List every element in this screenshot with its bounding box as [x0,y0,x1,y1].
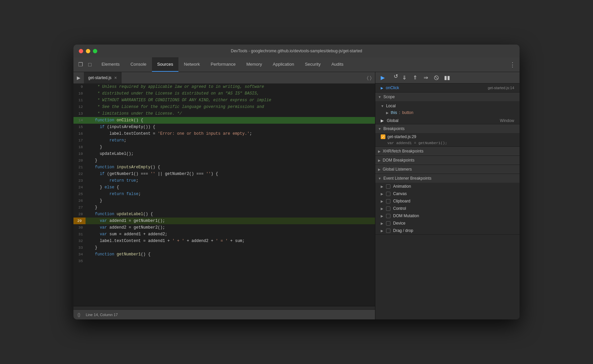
code-line-30: 30 var addend2 = getNumber2(); [73,224,375,231]
code-line-21: 21 function inputsAreEmpty() { [73,164,375,171]
code-line-17: 17 return; [73,137,375,144]
event-control-label: Control [393,206,406,211]
step-out-button[interactable]: ⇑ [410,73,420,82]
global-label: Global [387,118,398,123]
code-line-34: 34 function getNumber1() { [73,251,375,258]
minimize-button[interactable] [86,49,90,53]
file-tab-get-started[interactable]: get-started.js × [84,72,121,83]
event-device-checkbox[interactable] [386,221,390,226]
maximize-button[interactable] [93,49,97,53]
event-device[interactable]: ▶ Device [375,220,520,227]
dom-breakpoints-section: ▶ DOM Breakpoints [375,156,520,165]
event-clipboard[interactable]: ▶ Clipboard [375,197,520,205]
tab-audits[interactable]: Audits [326,57,349,72]
pause-on-exceptions-button[interactable]: ▮▮ [442,73,452,82]
code-line-9: 9 * Unless required by applicable law or… [73,83,375,90]
code-line-32: 32 label.textContent = addend1 + ' + ' +… [73,238,375,244]
breakpoints-label: Breakpoints [383,126,405,131]
xhr-arrow: ▶ [378,149,381,153]
this-val: button [402,110,413,115]
resume-button[interactable]: ▶ [378,73,387,82]
code-line-25: 25 return false; [73,191,375,197]
event-canvas-label: Canvas [393,191,407,196]
step-button[interactable]: ⇒ [421,73,430,82]
event-animation[interactable]: ▶ Animation [375,183,520,190]
code-line-31: 31 var sum = addend1 + addend2; [73,231,375,238]
debug-panel: ▶ ↻ ⇓ ⇑ ⇒ ▮▮ ▶ [375,72,520,319]
tab-sources[interactable]: Sources [152,57,179,72]
callstack-item-onclick[interactable]: ▶ onClick get-started.js:14 [375,83,520,92]
code-editor[interactable]: 9 * Unless required by applicable law or… [73,83,375,306]
event-animation-checkbox[interactable] [386,184,390,189]
tab-network[interactable]: Network [178,57,205,72]
event-breakpoints-section: ▼ Event Listener Breakpoints ▶ Animation… [375,174,520,235]
deactivate-breakpoints-button[interactable] [432,73,441,82]
tab-memory[interactable]: Memory [241,57,267,72]
step-over-button[interactable]: ↻ [389,73,398,82]
xhr-header[interactable]: ▶ XHR/fetch Breakpoints [375,147,520,156]
code-line-10: 10 * distributed under the License is di… [73,90,375,97]
breakpoint-code: var addend1 = getNumber1(); [375,140,520,146]
event-clipboard-checkbox[interactable] [386,199,390,203]
code-line-14: 14 function onClick() { [73,117,375,124]
event-drag-drop[interactable]: ▶ Drag / drop [375,227,520,234]
event-dom-mutation-label: DOM Mutation [393,214,419,218]
dom-breakpoints-header[interactable]: ▶ DOM Breakpoints [375,156,520,165]
event-control[interactable]: ▶ Control [375,205,520,212]
device-icon[interactable]: □ [87,60,93,69]
format-icon[interactable]: {} [77,312,80,317]
title-bar: DevTools - googlechrome.github.io/devtoo… [73,45,520,57]
event-clipboard-label: Clipboard [393,199,410,203]
code-line-28: 28 function updateLabel() { [73,211,375,218]
breakpoints-header[interactable]: ▼ Breakpoints [375,124,520,133]
event-drag-drop-checkbox[interactable] [386,229,390,233]
event-canvas[interactable]: ▶ Canvas [375,190,520,197]
event-bp-label: Event Listener Breakpoints [383,176,431,181]
callstack-file-ref: get-started.js:14 [488,86,514,90]
window-title: DevTools - googlechrome.github.io/devtoo… [231,49,362,53]
breakpoint-item-29[interactable]: ✓ get-started.js:29 [375,133,520,140]
global-listeners-header[interactable]: ▶ Global Listeners [375,165,520,174]
line-column-info: Line 14, Column 17 [86,313,118,317]
scope-header[interactable]: ▼ Scope [375,93,520,101]
tab-performance[interactable]: Performance [205,57,241,72]
top-nav: ❐ □ Elements Console Sources Network Per… [73,57,520,72]
status-bar: {} Line 14, Column 17 [73,309,375,319]
code-line-19: 19 updateLabel(); [73,150,375,157]
event-canvas-checkbox[interactable] [386,192,390,196]
code-line-20: 20 } [73,157,375,164]
breakpoint-checkbox[interactable]: ✓ [381,134,385,139]
close-button[interactable] [79,49,83,53]
step-into-button[interactable]: ⇓ [399,73,409,82]
scope-label: Scope [383,95,395,99]
tab-security[interactable]: Security [300,57,326,72]
event-dom-mutation[interactable]: ▶ DOM Mutation [375,212,520,220]
global-scope[interactable]: ▶ Global Window [375,117,520,124]
code-line-15: 15 if (inputsAreEmpty()) { [73,124,375,130]
global-arrow: ▶ [381,118,384,123]
event-bp-arrow: ▼ [378,177,381,180]
code-line-16: 16 label.textContent = 'Error: one or bo… [73,130,375,137]
tab-console[interactable]: Console [125,57,152,72]
devtools-window: DevTools - googlechrome.github.io/devtoo… [73,45,520,319]
inspect-icon[interactable]: ❐ [77,60,84,69]
horizontal-scrollbar[interactable] [73,306,375,309]
file-tab-close[interactable]: × [114,75,117,80]
local-scope: ▼ Local ▶ this : button [375,101,520,117]
svg-line-1 [435,76,438,79]
sidebar-toggle[interactable]: ▶ [73,72,84,83]
xhr-section: ▶ XHR/fetch Breakpoints [375,147,520,156]
local-header[interactable]: ▼ Local [375,103,520,109]
global-listeners-arrow: ▶ [378,168,381,171]
code-line-35: 35 [73,258,375,264]
more-tabs-button[interactable]: ⋮ [505,57,520,72]
breakpoint-file: get-started.js:29 [387,134,416,139]
event-control-checkbox[interactable] [386,206,390,211]
code-line-13: 13 * limitations under the License. */ [73,110,375,117]
tab-application[interactable]: Application [267,57,300,72]
event-breakpoints-header[interactable]: ▼ Event Listener Breakpoints [375,174,520,183]
event-dom-mutation-checkbox[interactable] [386,214,390,218]
tab-elements[interactable]: Elements [96,57,125,72]
format-button[interactable]: 〈 〉 [364,72,375,83]
nav-controls: ❐ □ [73,57,96,72]
